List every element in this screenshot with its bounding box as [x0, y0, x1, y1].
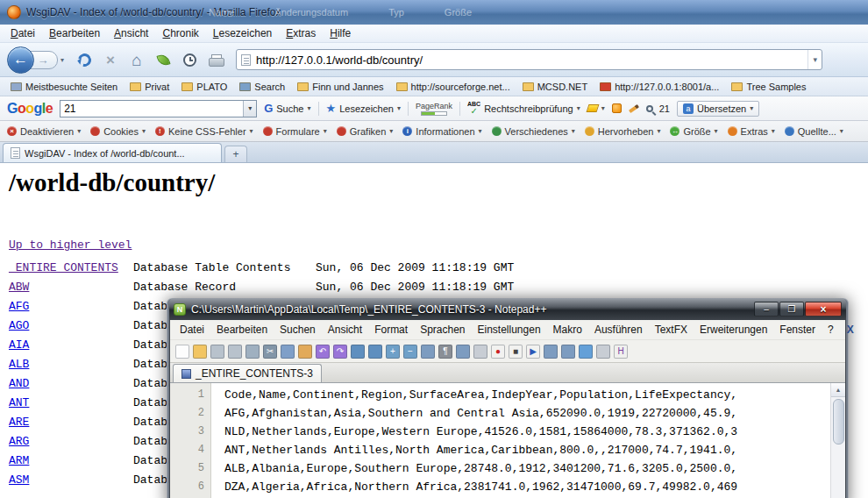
bookmark-item[interactable]: Privat	[125, 80, 174, 94]
toolbar-icon[interactable]: ↷	[333, 345, 347, 359]
menu-item[interactable]: Datei	[174, 322, 210, 338]
entry-link-cell[interactable]: AGO	[9, 319, 133, 332]
menu-item[interactable]: Hilfe	[323, 25, 358, 41]
toolbar-icon[interactable]	[596, 345, 610, 359]
bookmark-margin[interactable]	[210, 423, 224, 441]
menu-item[interactable]: Format	[368, 322, 414, 338]
bookmark-item[interactable]: Tree Samples	[726, 80, 811, 94]
webdev-menu-item[interactable]: × Deaktivieren ▾	[7, 126, 81, 137]
google-search-button[interactable]: G Suche ▾	[264, 102, 310, 115]
line-text[interactable]: DZA,Algeria,Africa,Northern Africa,23817…	[224, 478, 737, 496]
reload-button[interactable]	[73, 48, 96, 71]
notepad-titlebar[interactable]: N C:\Users\Martin\AppData\Local\Temp\_EN…	[169, 298, 846, 320]
toolbar-icon[interactable]	[228, 345, 242, 359]
line-text[interactable]: ANT,Netherlands Antilles,North America,C…	[224, 441, 737, 459]
bookmark-margin[interactable]	[210, 478, 224, 496]
entry-link-cell[interactable]: AIA	[9, 338, 133, 352]
webdev-menu-item[interactable]: i Informationen ▾	[402, 126, 481, 137]
toolbar-icon[interactable]: ¶	[438, 345, 452, 359]
print-button[interactable]	[204, 48, 227, 71]
webdev-menu-item[interactable]: Hervorheben ▾	[585, 126, 661, 137]
bookmark-item[interactable]: MCSD.NET	[517, 80, 593, 94]
entry-link[interactable]: AIA	[9, 338, 29, 352]
bookmark-item[interactable]: http://127.0.0.1:8001/a...	[594, 80, 724, 94]
entry-link-cell[interactable]: ANT	[9, 396, 133, 409]
entry-link[interactable]: ASM	[9, 473, 29, 487]
bookmark-margin[interactable]	[210, 386, 224, 404]
entry-link[interactable]: ANT	[9, 396, 29, 409]
toolbar-icon[interactable]	[210, 345, 224, 359]
webdev-menu-item[interactable]: Quellte... ▾	[785, 126, 843, 137]
toolbar-icon[interactable]: H	[614, 345, 628, 359]
menu-item[interactable]: Makro	[547, 322, 588, 338]
menu-item[interactable]: Ansicht	[107, 25, 155, 41]
menu-item[interactable]: Extras	[279, 25, 323, 41]
entry-link-cell[interactable]: ARG	[9, 435, 133, 448]
line-text[interactable]: ALB,Albania,Europe,Southern Europe,28748…	[224, 459, 737, 478]
search-history-dropdown-icon[interactable]: ▾	[243, 101, 256, 117]
entry-link-cell[interactable]: ALB	[9, 358, 133, 371]
stop-button[interactable]: ×	[99, 48, 122, 71]
browser-tab-active[interactable]: WsgiDAV - Index of /world-db/count...	[3, 143, 222, 162]
toolbar-icon[interactable]: ↶	[316, 345, 330, 359]
home-button[interactable]: ⌂	[125, 48, 148, 71]
line-text[interactable]: Code,Name,Continent,Region,SurfaceArea,I…	[224, 386, 737, 404]
entry-link-cell[interactable]: ABW	[9, 281, 133, 294]
close-button[interactable]: ×	[805, 302, 842, 317]
bookmark-item[interactable]: PLATO	[176, 80, 232, 94]
bookmark-item[interactable]: Finn und Jannes	[292, 80, 388, 94]
toolbar-icon[interactable]	[544, 345, 558, 359]
toolbar-icon[interactable]: ✂	[263, 345, 277, 359]
toolbar-icon[interactable]	[175, 345, 189, 359]
toolbar-icon[interactable]: ●	[491, 345, 505, 359]
toolbar-icon[interactable]: ■	[509, 345, 523, 359]
toolbar-icon[interactable]	[368, 345, 382, 359]
bookmark-margin[interactable]	[210, 404, 224, 423]
google-search-box[interactable]: ▾	[60, 100, 257, 117]
menu-item[interactable]: TextFX	[649, 322, 694, 338]
up-to-higher-level-link[interactable]: Up to higher level	[9, 238, 132, 252]
menu-item[interactable]: Sprachen	[414, 322, 471, 338]
back-button[interactable]: ←	[7, 46, 34, 74]
entry-link-cell[interactable]: ARE	[9, 416, 133, 429]
bookmark-item[interactable]: Search	[234, 80, 290, 94]
entry-link-cell[interactable]: AFG	[9, 300, 133, 313]
entry-link[interactable]: ALB	[9, 358, 29, 371]
menu-item[interactable]: Bearbeiten	[210, 322, 274, 338]
toolbar-icon[interactable]	[456, 345, 470, 359]
highlighter-button[interactable]: ▾	[587, 104, 605, 112]
toolbar-icon[interactable]	[421, 345, 435, 359]
toolbar-icon[interactable]	[298, 345, 312, 359]
toolbar-icon[interactable]	[473, 345, 487, 359]
minimize-button[interactable]: –	[754, 302, 779, 317]
menu-item[interactable]: Suchen	[274, 322, 322, 338]
history-dropdown-icon[interactable]: ▾	[60, 56, 64, 64]
vertical-scrollbar[interactable]: ▲	[830, 383, 845, 498]
editor-lines[interactable]: 1 Code,Name,Continent,Region,SurfaceArea…	[170, 383, 830, 498]
bookmark-margin[interactable]	[210, 441, 224, 459]
url-text[interactable]: http://127.0.0.1/world-db/country/	[256, 53, 808, 67]
entry-link[interactable]: ARM	[9, 454, 29, 467]
entry-link[interactable]: ABW	[9, 281, 29, 294]
menu-item[interactable]: Lesezeichen	[206, 25, 279, 41]
toolbar-icon[interactable]: +	[386, 345, 400, 359]
entry-link[interactable]: AFG	[9, 300, 29, 313]
webdev-menu-item[interactable]: ↔ Größe ▾	[670, 126, 717, 137]
menu-item[interactable]: Ansicht	[322, 322, 368, 338]
document-tab-active[interactable]: _ENTIRE_CONTENTS-3	[173, 364, 322, 382]
autofill-icon[interactable]	[612, 103, 622, 113]
webdev-menu-item[interactable]: Cookies ▾	[90, 126, 146, 137]
toolbar-icon[interactable]: ▶	[526, 345, 540, 359]
menu-item[interactable]: ?	[822, 322, 840, 338]
scroll-up-icon[interactable]: ▲	[831, 383, 846, 397]
bookmark-item[interactable]: http://sourceforge.net...	[391, 80, 516, 94]
webdev-menu-item[interactable]: Verschiedenes ▾	[492, 126, 575, 137]
toolbar-icon[interactable]	[579, 345, 593, 359]
maximize-button[interactable]: ❒	[779, 302, 804, 317]
bookmark-item[interactable]: Meistbesuchte Seiten	[5, 80, 123, 94]
translate-button[interactable]: a Übersetzen ▾	[677, 101, 759, 117]
webdev-menu-item[interactable]: Formulare ▾	[263, 126, 327, 137]
firefox-titlebar[interactable]: WsgiDAV - Index of /world-db/country/ - …	[0, 0, 868, 25]
entry-link[interactable]: AND	[9, 377, 29, 390]
url-dropdown-icon[interactable]: ▾	[808, 50, 822, 69]
